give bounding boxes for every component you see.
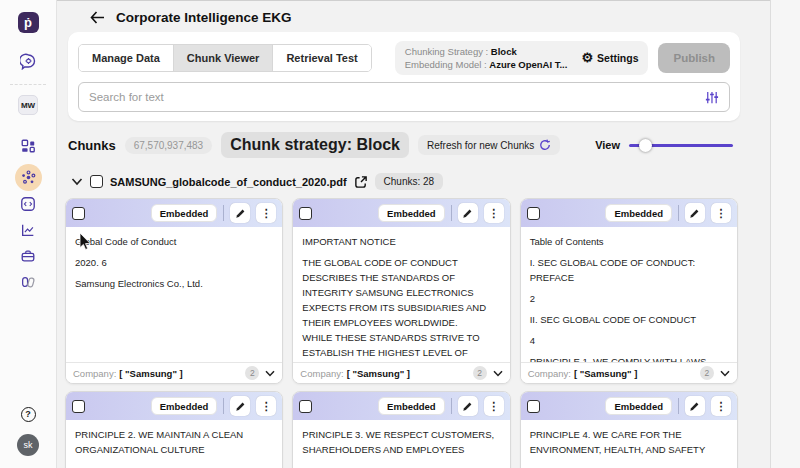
tab-manage-data[interactable]: Manage Data	[79, 45, 174, 71]
chunks-title: Chunks	[68, 138, 116, 153]
chunk-text: Table of ContentsI. SEC GLOBAL CODE OF C…	[521, 227, 737, 362]
chunk-facets-footer[interactable]: Company: [ "Samsung" ] 2	[66, 362, 282, 383]
more-options-button[interactable]: ⋮	[711, 396, 731, 416]
refresh-chunks-button[interactable]: Refresh for new Chunks	[418, 135, 560, 155]
sidebar-item-containers[interactable]	[15, 269, 41, 295]
facet-value: [ "Samsung" ]	[574, 368, 637, 379]
logo-glyph: ṗ	[24, 15, 32, 30]
external-link-icon	[354, 175, 368, 189]
more-options-button[interactable]: ⋮	[256, 203, 276, 223]
footer-expand-button[interactable]	[720, 370, 730, 377]
pencil-icon	[462, 208, 473, 219]
chevron-down-icon	[493, 370, 503, 377]
header-separator	[678, 398, 679, 414]
embedded-badge: Embedded	[605, 204, 672, 222]
view-slider[interactable]	[629, 139, 733, 152]
facet-label: Company:	[300, 368, 343, 379]
search-filter-button[interactable]	[704, 90, 719, 105]
refresh-label: Refresh for new Chunks	[427, 140, 534, 151]
page-header: Corporate Intelligence EKG	[57, 0, 770, 25]
chunk-checkbox[interactable]	[527, 400, 540, 413]
view-slider-thumb[interactable]	[639, 139, 652, 152]
file-checkbox[interactable]	[90, 175, 103, 188]
more-options-button[interactable]: ⋮	[484, 396, 504, 416]
header-separator	[223, 398, 224, 414]
chunk-card-header: Embedded ⋮	[521, 392, 737, 420]
chunk-card: Embedded ⋮ Table of ContentsI. SEC GLOBA…	[520, 198, 738, 384]
embedded-badge: Embedded	[378, 397, 445, 415]
more-options-button[interactable]: ⋮	[256, 396, 276, 416]
file-row: SAMSUNG_globalcode_of_conduct_2020.pdf C…	[71, 173, 740, 190]
chunk-checkbox[interactable]	[299, 400, 312, 413]
sidebar-item-blocks[interactable]	[15, 133, 41, 159]
workspace-avatar[interactable]: MW	[18, 95, 38, 115]
edit-chunk-button[interactable]	[458, 203, 478, 223]
open-file-button[interactable]	[354, 175, 368, 189]
pencil-icon	[462, 401, 473, 412]
app-logo[interactable]: ṗ	[18, 12, 39, 33]
chunk-card: Embedded ⋮ Global Code of Conduct2020. 6…	[65, 198, 283, 384]
back-arrow-icon	[90, 11, 105, 24]
cards-grid: Embedded ⋮ Global Code of Conduct2020. 6…	[65, 198, 738, 468]
help-button[interactable]: ?	[15, 401, 41, 427]
chunk-card-header: Embedded ⋮	[521, 199, 737, 227]
assistant-chat-icon[interactable]	[15, 48, 41, 74]
more-options-button[interactable]: ⋮	[484, 203, 504, 223]
footer-expand-button[interactable]	[265, 370, 275, 377]
file-name: SAMSUNG_globalcode_of_conduct_2020.pdf	[110, 176, 347, 188]
edit-chunk-button[interactable]	[458, 396, 478, 416]
chunk-card: Embedded ⋮ IMPORTANT NOTICETHE GLOBAL CO…	[292, 198, 510, 384]
strategy-info-panel: Chunking Strategy : Block Embedding Mode…	[395, 41, 649, 75]
chunk-facets-footer[interactable]: Company: [ "Samsung" ] 2	[521, 362, 737, 383]
sidebar-item-code[interactable]	[15, 191, 41, 217]
pencil-icon	[235, 401, 246, 412]
chunk-facets-footer[interactable]: Company: [ "Samsung" ] 2	[293, 362, 509, 383]
chunk-text: IMPORTANT NOTICETHE GLOBAL CODE OF CONDU…	[293, 227, 509, 362]
edit-chunk-button[interactable]	[685, 203, 705, 223]
search-input[interactable]	[89, 91, 704, 103]
main-content: Corporate Intelligence EKG Manage DataCh…	[57, 0, 770, 468]
kebab-icon: ⋮	[715, 401, 726, 412]
chunk-card-header: Embedded ⋮	[293, 199, 509, 227]
sidebar-item-analytics[interactable]	[15, 217, 41, 243]
tab-retrieval-test[interactable]: Retrieval Test	[273, 45, 370, 71]
facet-value: [ "Samsung" ]	[347, 368, 410, 379]
edit-chunk-button[interactable]	[230, 396, 250, 416]
chunk-checkbox[interactable]	[72, 207, 85, 220]
code-icon	[20, 196, 36, 212]
sidebar-divider	[10, 84, 46, 85]
more-options-button[interactable]: ⋮	[711, 203, 731, 223]
chunks-bar: Chunks 67,570,937,483 Chunk strategy: Bl…	[68, 132, 733, 158]
edit-chunk-button[interactable]	[230, 203, 250, 223]
chunking-strategy-label: Chunking Strategy :	[405, 46, 488, 57]
facet-count: 2	[473, 366, 487, 380]
chunk-card: Embedded ⋮ PRINCIPLE 3. WE RESPECT CUSTO…	[292, 391, 510, 468]
embedded-badge: Embedded	[151, 397, 218, 415]
chevron-down-icon	[71, 177, 83, 186]
file-collapse-button[interactable]	[71, 177, 83, 186]
header-separator	[678, 205, 679, 221]
filter-tune-icon	[704, 90, 719, 105]
edit-chunk-button[interactable]	[685, 396, 705, 416]
chunk-card-header: Embedded ⋮	[66, 199, 282, 227]
sidebar-item-knowledge-graph-active[interactable]	[15, 164, 42, 191]
chunk-checkbox[interactable]	[299, 207, 312, 220]
user-avatar[interactable]: sk	[17, 434, 39, 456]
footer-expand-button[interactable]	[493, 370, 503, 377]
embedded-badge: Embedded	[151, 204, 218, 222]
settings-button[interactable]: ⚙ Settings	[581, 51, 638, 64]
file-chunk-count-pill: Chunks: 28	[375, 173, 444, 190]
chunk-checkbox[interactable]	[72, 400, 85, 413]
toolbar-row: Manage DataChunk ViewerRetrieval Test Ch…	[78, 39, 730, 76]
sidebar-item-briefcase[interactable]	[15, 243, 41, 269]
chunk-card: Embedded ⋮ PRINCIPLE 2. WE MAINTAIN A CL…	[65, 391, 283, 468]
cylinders-icon	[20, 274, 36, 290]
kebab-icon: ⋮	[488, 401, 499, 412]
tab-chunk-viewer[interactable]: Chunk Viewer	[174, 45, 274, 71]
scrollbar-gutter[interactable]	[770, 0, 800, 468]
publish-button[interactable]: Publish	[658, 43, 730, 73]
embedded-badge: Embedded	[378, 204, 445, 222]
header-separator	[223, 205, 224, 221]
back-button[interactable]	[90, 11, 105, 24]
chunk-checkbox[interactable]	[527, 207, 540, 220]
